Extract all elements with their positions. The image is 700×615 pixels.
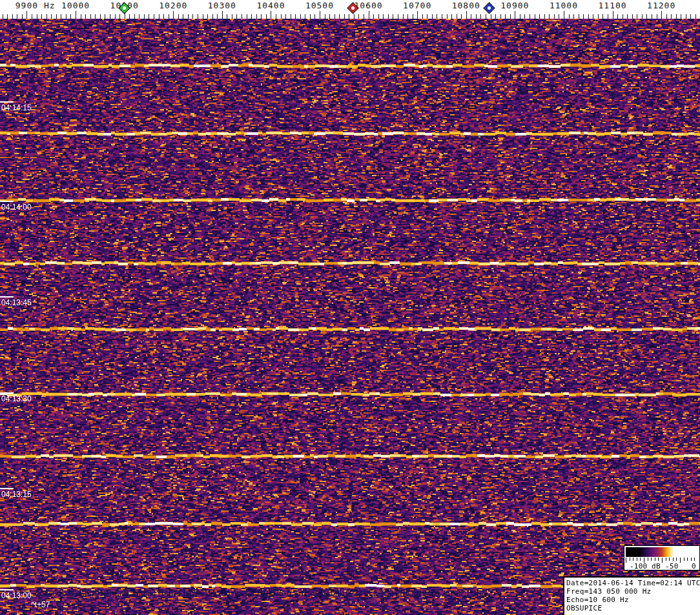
freq-tick: [491, 14, 491, 19]
time-tick: [0, 101, 14, 103]
spectrogram-canvas[interactable]: [0, 19, 700, 615]
freq-tick: [222, 11, 223, 19]
freq-tick: [276, 14, 276, 19]
freq-tick: [183, 14, 183, 19]
freq-tick: [339, 14, 340, 19]
freq-tick: [583, 14, 584, 19]
freq-tick: [3, 14, 3, 19]
freq-tick: [46, 14, 47, 19]
info-station: OBSUPICE: [566, 604, 699, 612]
freq-tick: [393, 14, 393, 19]
freq-tick: [227, 14, 227, 19]
freq-tick: [383, 14, 384, 19]
freq-tick-label: 10300: [208, 1, 236, 10]
freq-tick: [217, 14, 218, 19]
freq-tick: [442, 14, 442, 19]
freq-tick: [188, 14, 189, 19]
freq-tick: [676, 14, 677, 19]
freq-tick-label: 10800: [452, 1, 480, 10]
blue-marker[interactable]: [483, 2, 495, 14]
freq-tick: [169, 14, 169, 19]
freq-tick: [134, 14, 135, 19]
freq-tick-label: 11100: [599, 1, 627, 10]
freq-tick: [26, 11, 27, 19]
freq-tick: [261, 14, 262, 19]
freq-tick: [85, 14, 86, 19]
freq-tick: [617, 14, 618, 19]
freq-tick: [480, 14, 481, 19]
freq-tick: [407, 14, 408, 19]
freq-tick: [325, 14, 325, 19]
freq-tick: [602, 14, 603, 19]
freq-tick: [310, 14, 311, 19]
cursor-time-note: ^t+57: [31, 600, 50, 609]
time-label: 04:13:15: [1, 490, 32, 499]
observation-info-box: Date=2014-06-14 Time=02:14 UTC Freq=143 …: [563, 576, 700, 615]
frequency-ruler: 9900 Hz100001010010200103001040010500106…: [0, 0, 700, 19]
freq-tick: [598, 14, 599, 19]
freq-tick: [207, 14, 208, 19]
freq-tick: [22, 14, 23, 19]
freq-tick: [178, 14, 179, 19]
info-date-time: Date=2014-06-14 Time=02:14 UTC: [566, 579, 699, 587]
freq-tick: [119, 14, 120, 19]
freq-tick: [539, 14, 540, 19]
freq-tick: [192, 14, 193, 19]
freq-tick: [95, 14, 96, 19]
freq-tick: [300, 14, 301, 19]
time-label: 04:14:00: [1, 203, 32, 212]
freq-tick-label: 10400: [256, 1, 285, 10]
freq-tick: [242, 14, 242, 19]
freq-tick: [500, 14, 501, 19]
freq-tick: [417, 11, 418, 19]
freq-tick: [671, 14, 672, 19]
freq-tick: [573, 14, 574, 19]
freq-tick: [159, 14, 160, 19]
freq-tick: [657, 14, 657, 19]
time-tick: [0, 589, 14, 590]
freq-tick: [251, 14, 252, 19]
freq-tick: [661, 11, 662, 19]
freq-tick: [76, 11, 76, 19]
freq-tick: [70, 14, 71, 19]
freq-tick-label: 10200: [159, 1, 187, 10]
freq-tick: [486, 14, 486, 19]
detection-status-line: 20140614021257952 hCnt12 nb-84 f10575 hi…: [36, 589, 486, 598]
freq-tick: [149, 14, 149, 19]
freq-tick: [144, 14, 145, 19]
freq-tick: [281, 14, 282, 19]
freq-tick: [236, 14, 237, 19]
freq-tick: [535, 14, 535, 19]
freq-tick: [432, 14, 433, 19]
db-color-scale: -100 dB -50 0: [624, 545, 700, 570]
freq-tick: [305, 14, 305, 19]
freq-tick: [314, 14, 315, 19]
freq-tick: [413, 14, 413, 19]
freq-tick: [524, 14, 525, 19]
freq-tick: [203, 14, 203, 19]
freq-tick: [695, 14, 696, 19]
freq-tick: [12, 14, 13, 19]
freq-tick: [247, 14, 247, 19]
freq-tick: [291, 14, 291, 19]
freq-tick: [139, 14, 139, 19]
db-label-mid: -50: [665, 562, 678, 570]
freq-tick: [271, 11, 271, 19]
freq-tick: [100, 14, 101, 19]
freq-tick-label: 10500: [305, 1, 334, 10]
freq-tick: [354, 14, 355, 19]
freq-tick: [690, 14, 691, 19]
freq-tick-label: 9900 Hz: [15, 1, 56, 10]
freq-tick: [110, 14, 110, 19]
freq-tick: [154, 14, 154, 19]
freq-tick: [632, 14, 633, 19]
freq-tick: [369, 11, 369, 19]
db-label-min: -100 dB: [630, 562, 661, 570]
freq-tick: [329, 14, 330, 19]
freq-tick: [32, 14, 32, 19]
freq-tick: [520, 14, 520, 19]
freq-tick: [173, 11, 174, 19]
freq-tick: [510, 14, 511, 19]
freq-tick: [466, 11, 467, 19]
time-label: 04:14:15: [1, 103, 32, 112]
